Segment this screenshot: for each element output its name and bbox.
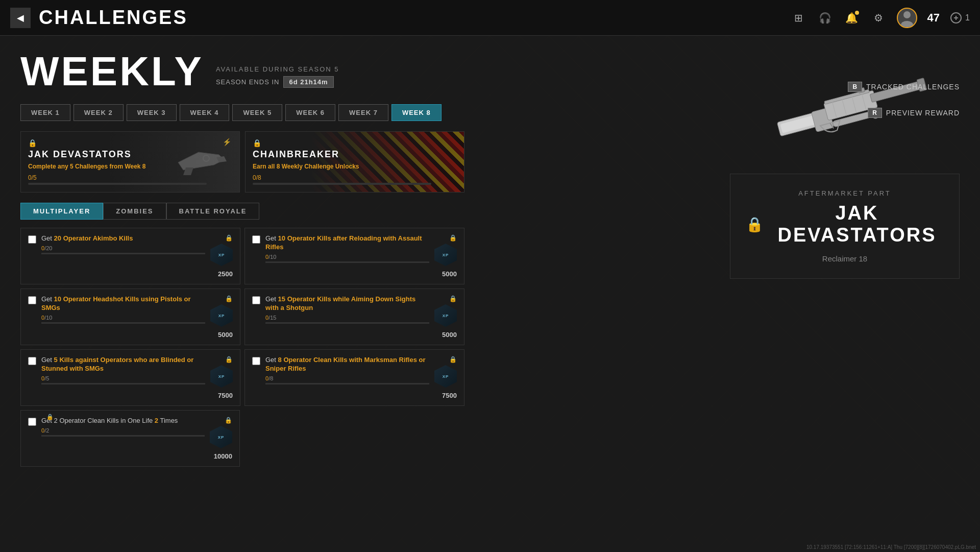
challenge-text-1: Get 20 Operator Akimbo Kills: [41, 234, 205, 243]
tab-week4[interactable]: WEEK 4: [180, 104, 230, 121]
season-ends: SEASON ENDS IN 6d 21h14m: [216, 76, 339, 88]
tracked-challenges-button[interactable]: B TRACKED CHALLENGES: [848, 82, 960, 92]
tab-week3[interactable]: WEEK 3: [127, 104, 177, 121]
challenge-suffix-2: Operator Kills after Reloading with Assa…: [265, 234, 422, 251]
challenge-right-3: 🔒 XP 5000: [210, 295, 233, 339]
challenge-lock-4: 🔒: [449, 295, 457, 302]
challenge-row-3: Get 10 Operator Headshot Kills using Pis…: [20, 289, 240, 345]
settings-icon[interactable]: ⚙: [870, 10, 887, 26]
challenge-text-6: Get 8 Operator Clean Kills with Marksman…: [265, 356, 429, 373]
xp-amount-4: 5000: [442, 331, 457, 339]
challenge-content-3: Get 10 Operator Headshot Kills using Pis…: [41, 295, 205, 324]
challenge-highlight-1: 20: [54, 234, 61, 242]
xp-amount-1: 2500: [218, 270, 233, 278]
challenge-checkbox-3[interactable]: [28, 296, 36, 304]
grid-icon[interactable]: ⊞: [791, 10, 807, 26]
weekly-title: WEEKLY: [20, 51, 204, 92]
debug-text: 10.17.19373551 [72:156:11261+11:A] Thu […: [806, 544, 976, 550]
challenge-checkbox-4[interactable]: [252, 296, 260, 304]
challenge-right-4: 🔒 XP 5000: [434, 295, 457, 339]
challenge-text-5: Get 5 Kills against Operators who are Bl…: [41, 356, 205, 373]
challenge-highlight-6: 8: [278, 356, 282, 364]
challenge-progress-7: 0/2: [41, 427, 205, 434]
player-avatar[interactable]: [897, 8, 917, 28]
tracked-key-badge: B: [848, 82, 862, 92]
tab-zombies[interactable]: ZOMBIES: [103, 203, 166, 220]
challenge-checkbox-5[interactable]: [28, 357, 36, 365]
battle-pass-icon: [950, 12, 962, 24]
challenge-text-2: Get 10 Operator Kills after Reloading wi…: [265, 234, 429, 252]
challenge-right-5: 🔒 XP 7500: [210, 356, 233, 399]
xp-badge-6: XP: [434, 365, 457, 388]
tab-week5[interactable]: WEEK 5: [232, 104, 282, 121]
challenge-content-4: Get 15 Operator Kills while Aiming Down …: [265, 295, 429, 324]
challenge-highlight-7: 2: [155, 417, 158, 424]
challenge-progress-2: 0/10: [265, 254, 429, 260]
challenge-suffix-4: Operator Kills while Aiming Down Sights …: [265, 295, 415, 311]
tab-battle-royale[interactable]: BATTLE ROYALE: [166, 203, 260, 220]
battle-pass-level: 1: [965, 13, 970, 22]
tab-multiplayer[interactable]: MULTIPLAYER: [20, 203, 103, 220]
notification-dot: [855, 11, 859, 15]
jak-highlight: 5: [70, 163, 74, 170]
xp-badge-3: XP: [210, 304, 233, 327]
tracked-challenges-label: TRACKED CHALLENGES: [866, 83, 960, 91]
jak-reward-name: JAK DEVASTATORS: [28, 149, 232, 160]
xp-badge-7: XP: [210, 426, 232, 448]
challenge-checkbox-2[interactable]: [252, 235, 260, 244]
main-content: WEEKLY AVAILABLE DURING SEASON 5 SEASON …: [0, 36, 980, 477]
tab-week8[interactable]: WEEK 8: [391, 104, 442, 121]
challenge-lock-1: 🔒: [225, 234, 233, 242]
challenge-progress-1: 0/20: [41, 245, 205, 251]
tab-week6[interactable]: WEEK 6: [285, 104, 335, 121]
challenge-highlight-3: 10: [54, 295, 61, 303]
challenge-lock-7: 🔒: [225, 417, 232, 424]
headset-icon[interactable]: 🎧: [817, 10, 834, 26]
svg-point-0: [903, 11, 911, 18]
challenge-content-5: Get 5 Kills against Operators who are Bl…: [41, 356, 205, 385]
season-info: AVAILABLE DURING SEASON 5 SEASON ENDS IN…: [216, 65, 339, 92]
header: ◀ CHALLENGES ⊞ 🎧 🔔 ⚙ 47 1: [0, 0, 980, 36]
header-right: ⊞ 🎧 🔔 ⚙ 47 1: [791, 8, 970, 28]
challenge-progress-3: 0/10: [41, 315, 205, 321]
challenges-grid: Get 20 Operator Akimbo Kills 0/20 🔒 XP 2…: [20, 228, 464, 406]
challenge-checkbox-6[interactable]: [252, 357, 260, 365]
challenge-suffix-1: Operator Akimbo Kills: [61, 234, 133, 242]
challenge-checkbox-7[interactable]: [28, 418, 36, 426]
jak-lock-icon: 🔒: [28, 139, 232, 147]
chain-progress-bar: [253, 183, 431, 185]
challenge-right-6: 🔒 XP 7500: [434, 356, 457, 399]
challenge-bar-2: [265, 261, 429, 263]
challenge-row-4: Get 15 Operator Kills while Aiming Down …: [244, 289, 464, 345]
challenge-row-5: Get 5 Kills against Operators who are Bl…: [20, 349, 240, 406]
preview-reward-button[interactable]: R PREVIEW REWARD: [868, 108, 960, 118]
tab-week1[interactable]: WEEK 1: [20, 104, 70, 121]
challenge-lock-5: 🔒: [225, 356, 233, 363]
challenge-progress-5: 0/5: [41, 375, 205, 381]
tab-week2[interactable]: WEEK 2: [74, 104, 124, 121]
chain-reward-name: CHAINBREAKER: [253, 149, 457, 160]
challenge-bar-1: [41, 253, 205, 254]
xp-badge-4: XP: [434, 304, 457, 327]
challenge-lock-2: 🔒: [449, 234, 457, 242]
challenge-progress-6: 0/8: [265, 375, 429, 381]
challenge-checkbox-1[interactable]: [28, 235, 36, 244]
chain-reward-desc: Earn all 8 Weekly Challenge Unlocks: [253, 163, 457, 170]
chain-current: 0: [253, 174, 256, 181]
challenge-suffix-3: Operator Headshot Kills using Pistols or…: [41, 295, 191, 311]
challenge-bar-6: [265, 383, 429, 385]
challenge-row-2: Get 10 Operator Kills after Reloading wi…: [244, 228, 464, 284]
page-title: CHALLENGES: [39, 7, 188, 29]
challenge-bar-7: [41, 435, 205, 437]
challenge-row-6: Get 8 Operator Clean Kills with Marksman…: [244, 349, 464, 406]
jak-reward-desc: Complete any 5 Challenges from Week 8: [28, 163, 232, 170]
tab-week7[interactable]: WEEK 7: [338, 104, 388, 121]
bell-icon[interactable]: 🔔: [844, 10, 860, 26]
challenge-row-1: Get 20 Operator Akimbo Kills 0/20 🔒 XP 2…: [20, 228, 240, 284]
jak-progress: 0/5: [28, 174, 232, 185]
back-button[interactable]: ◀: [10, 8, 31, 28]
xp-amount-7: 10000: [214, 452, 232, 460]
jak-max: 5: [33, 174, 37, 181]
svg-point-1: [901, 21, 913, 27]
challenge-right-1: 🔒 XP 2500: [210, 234, 233, 278]
